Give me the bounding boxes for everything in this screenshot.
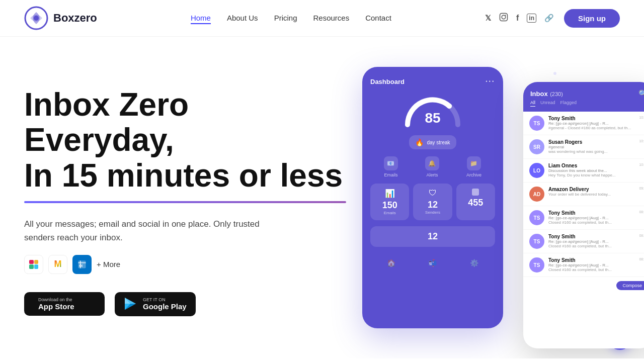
slack-logo bbox=[29, 260, 38, 269]
svg-point-4 bbox=[505, 15, 506, 16]
inbox-item: SR Susan Rogers #general was wondering w… bbox=[523, 135, 644, 159]
navbar: Boxzero Home About Us Pricing Resources … bbox=[0, 0, 644, 37]
svg-point-11 bbox=[447, 104, 452, 109]
tab-unread: Unread bbox=[540, 100, 555, 107]
inbox-item-content: Tony Smith Re: [go-ce-api/gecron] [Aug] … bbox=[548, 234, 635, 248]
inbox-gauge: 85 bbox=[403, 92, 463, 127]
inbox-item-content: Liam Onnes Discussion this week about th… bbox=[548, 163, 635, 177]
google-play-button[interactable]: GET IT ON Google Play bbox=[115, 292, 196, 316]
inbox-tabs: All Unread Flagged bbox=[530, 100, 644, 107]
avatar: LO bbox=[529, 163, 544, 178]
inbox-item: TS Tony Smith Re: [go-ce-api/gecron] [Au… bbox=[523, 253, 644, 277]
heading-line1: Inbox Zero Everyday, bbox=[24, 86, 189, 158]
logo-icon bbox=[24, 6, 48, 30]
phone-container: Dashboard ··· 85 🔥 bbox=[362, 67, 644, 358]
app-store-text: Download on the App Store bbox=[38, 297, 74, 311]
gmail-icon: M bbox=[48, 255, 67, 274]
google-play-text: GET IT ON Google Play bbox=[143, 297, 187, 311]
svg-point-1 bbox=[34, 16, 39, 21]
integrations-row: M Ol + More bbox=[24, 255, 346, 274]
compose-button[interactable]: Compose bbox=[616, 281, 644, 290]
linkedin-link[interactable]: in bbox=[527, 14, 536, 23]
menu-dots: ··· bbox=[486, 77, 495, 86]
home-nav-icon: 🏠 bbox=[387, 259, 395, 267]
inbox-title: Inbox bbox=[530, 90, 548, 98]
avatar: TS bbox=[529, 257, 544, 273]
inbox-phone: Inbox (230) 🔍 All Unread Flagged TS bbox=[523, 82, 644, 348]
inbox-item-content: Amazon Delivery Your order will be deliv… bbox=[548, 187, 635, 197]
stat-senders: 🛡 12 Senders bbox=[413, 184, 452, 220]
inbox-item: AD Amazon Delivery Your order will be de… bbox=[523, 183, 644, 206]
nav-resources[interactable]: Resources bbox=[313, 14, 349, 22]
inbox-item: TS Tony Smith Re: [go-ce-api/gecron] [Au… bbox=[523, 206, 644, 230]
streak-badge: 🔥 day streak bbox=[409, 135, 456, 149]
inbox-item-content: Tony Smith Re: [go-ce-api/gecron] [Aug] … bbox=[548, 210, 635, 225]
inbox-nav-icon: 📬 bbox=[428, 259, 437, 267]
extra-stat: 12 bbox=[370, 226, 495, 247]
inbox-item-content: Tony Smith Re: [go-ce-api/gecron] [Aug] … bbox=[548, 116, 635, 130]
dashboard-title: Dashboard bbox=[370, 78, 405, 85]
google-play-prelabel: GET IT ON bbox=[143, 297, 187, 302]
stat-emails: 📊 150 Emails bbox=[370, 184, 409, 220]
stats-grid: 📊 150 Emails 🛡 12 Senders 455 bbox=[370, 184, 495, 220]
twitter-link[interactable]: 𝕏 bbox=[485, 14, 491, 23]
app-store-label: App Store bbox=[38, 302, 74, 311]
more-integrations: + More bbox=[97, 260, 120, 268]
inbox-item-content: Tony Smith Re: [go-ce-api/gecron] [Aug] … bbox=[548, 257, 635, 272]
nav-about[interactable]: About Us bbox=[227, 14, 258, 22]
hero-subtext: All your messages; email and social in o… bbox=[24, 217, 266, 244]
dashboard-phone: Dashboard ··· 85 🔥 bbox=[362, 67, 503, 328]
streak-label: day streak bbox=[427, 140, 450, 145]
inbox-item: LO Liam Onnes Discussion this week about… bbox=[523, 159, 644, 183]
external-link[interactable]: 🔗 bbox=[544, 14, 554, 23]
avatar: AD bbox=[529, 187, 544, 202]
avatar: TS bbox=[529, 234, 544, 249]
nav-contact[interactable]: Contact bbox=[365, 14, 391, 22]
inbox-count: (230) bbox=[550, 91, 563, 97]
app-store-button[interactable]: Download on the App Store bbox=[24, 292, 105, 316]
settings-nav-icon: ⚙️ bbox=[470, 259, 478, 267]
nav-links: Home About Us Pricing Resources Contact bbox=[191, 14, 391, 23]
signup-button[interactable]: Sign up bbox=[564, 9, 620, 28]
tab-all: All bbox=[530, 100, 535, 107]
inbox-item: TS Tony Smith Re: [go-ce-api/gecron] [Au… bbox=[523, 112, 644, 135]
svg-rect-2 bbox=[500, 14, 508, 21]
inbox-list: TS Tony Smith Re: [go-ce-api/gecron] [Au… bbox=[523, 112, 644, 292]
facebook-link[interactable]: f bbox=[516, 14, 519, 23]
phone-mockups: Dashboard ··· 85 🔥 bbox=[362, 67, 644, 358]
svg-text:Ol: Ol bbox=[79, 264, 83, 267]
tab-flagged: Flagged bbox=[560, 100, 577, 107]
inbox-search-icon: 🔍 bbox=[638, 89, 644, 98]
play-store-icon bbox=[124, 297, 138, 311]
nav-home[interactable]: Home bbox=[191, 14, 211, 24]
outlook-icon: Ol bbox=[72, 255, 92, 274]
store-buttons: Download on the App Store GET IT ON Goog… bbox=[24, 292, 346, 316]
quick-icons: 📧 Emails 🔔 Alerts 📁 Archive bbox=[370, 156, 495, 177]
slack-icon bbox=[24, 255, 43, 274]
inbox-item-content: Susan Rogers #general was wondering what… bbox=[548, 139, 635, 154]
social-links: 𝕏 f in 🔗 bbox=[485, 13, 554, 24]
inbox-header: Inbox (230) 🔍 All Unread Flagged bbox=[523, 82, 644, 112]
hero-heading: Inbox Zero Everyday, In 15 minutes or le… bbox=[24, 87, 346, 193]
hero-section: Inbox Zero Everyday, In 15 minutes or le… bbox=[0, 37, 644, 358]
compose-row: Compose bbox=[523, 277, 644, 292]
heading-underline bbox=[24, 201, 346, 203]
svg-point-3 bbox=[502, 15, 506, 19]
hero-content: Inbox Zero Everyday, In 15 minutes or le… bbox=[24, 67, 346, 316]
inbox-item: TS Tony Smith Re: [go-ce-api/gecron] [Au… bbox=[523, 230, 644, 253]
logo[interactable]: Boxzero bbox=[24, 6, 97, 30]
instagram-link[interactable] bbox=[499, 13, 508, 24]
google-play-label: Google Play bbox=[143, 302, 187, 311]
avatar: TS bbox=[529, 210, 544, 225]
nav-pricing[interactable]: Pricing bbox=[274, 14, 297, 22]
avatar: SR bbox=[529, 139, 544, 154]
gauge-number: 85 bbox=[425, 110, 440, 126]
stat-other: 455 bbox=[456, 184, 495, 220]
bottom-nav: 🏠 📬 ⚙️ bbox=[370, 254, 495, 267]
heading-line2: In 15 minutes or less bbox=[24, 157, 343, 194]
app-store-prelabel: Download on the bbox=[38, 297, 74, 302]
brand-name: Boxzero bbox=[53, 12, 97, 25]
avatar: TS bbox=[529, 116, 544, 131]
